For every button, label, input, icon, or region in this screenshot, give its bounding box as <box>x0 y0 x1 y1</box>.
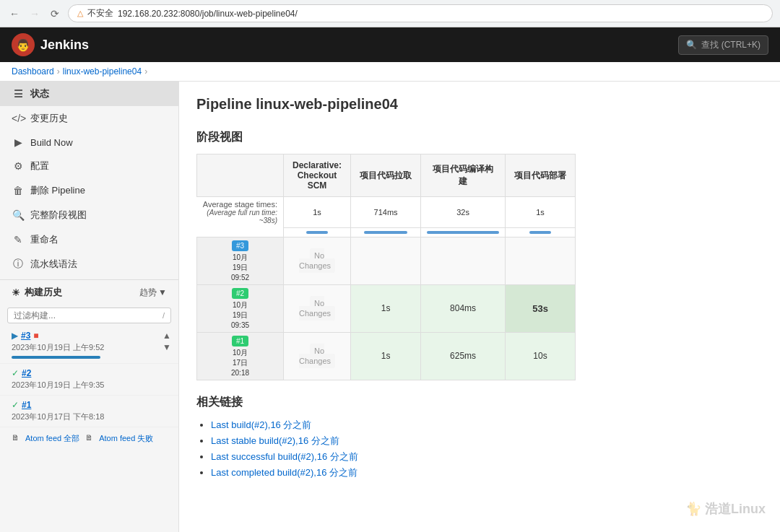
breadcrumb-sep-2: › <box>144 66 147 77</box>
build-2-info: ✓ #2 2023年10月19日 上午9:35 <box>12 368 171 391</box>
build-2-status-icon: ✓ <box>12 368 19 378</box>
link-last-build[interactable]: Last build(#2),16 分之前 <box>211 419 311 430</box>
jenkins-header: 👨 Jenkins 🔍 查找 (CTRL+K) <box>0 27 780 62</box>
breadcrumb-pipeline[interactable]: linux-web-pipeline04 <box>63 66 142 77</box>
sidebar-item-config[interactable]: ⚙ 配置 <box>0 154 178 178</box>
build-now-icon: ▶ <box>12 136 25 148</box>
main-layout: ☰ 状态 </> 变更历史 ▶ Build Now ⚙ 配置 🗑 删除 Pipe… <box>0 82 780 532</box>
related-links-section: 相关链接 Last build(#2),16 分之前 Last stable b… <box>196 395 763 479</box>
build-1-number[interactable]: #1 <box>22 400 31 410</box>
config-icon: ⚙ <box>12 160 25 172</box>
sidebar-item-full-stage-label: 完整阶段视图 <box>30 209 87 222</box>
build-3-compile <box>421 237 506 284</box>
build-item-1: ✓ #1 2023年10月17日 下午8:18 <box>0 396 178 427</box>
build-3-number[interactable]: #3 <box>21 331 30 341</box>
sidebar-item-build-now[interactable]: ▶ Build Now <box>0 131 178 154</box>
change-history-icon: </> <box>12 113 25 124</box>
sidebar: ☰ 状态 </> 变更历史 ▶ Build Now ⚙ 配置 🗑 删除 Pipe… <box>0 82 179 532</box>
stage-col-deploy: 项目代码部署 <box>506 154 576 197</box>
build-1-compile: 10s <box>506 332 576 380</box>
address-bar[interactable]: △ 不安全 192.168.20.232:8080/job/linux-web-… <box>68 4 773 22</box>
build-2-pull: 1s <box>351 284 421 332</box>
build-1-compile-pull: 625ms <box>421 332 506 380</box>
breadcrumb-sep-1: › <box>57 66 60 77</box>
avg-label: Average stage times: (Average full run t… <box>197 197 284 228</box>
build-3-deploy <box>506 237 576 284</box>
bar-build <box>421 227 506 237</box>
sidebar-item-status[interactable]: ☰ 状态 <box>0 82 178 106</box>
avg-times-row: Average stage times: (Average full run t… <box>197 197 576 228</box>
related-link-last-successful: Last successful build(#2),16 分之前 <box>211 450 763 463</box>
pipeline-syntax-icon: ⓘ <box>12 258 25 271</box>
build-history-label: 构建历史 <box>25 286 62 299</box>
bar-checkout <box>284 227 351 237</box>
breadcrumb-dashboard[interactable]: Dashboard <box>12 66 54 77</box>
jenkins-logo-icon: 👨 <box>12 33 35 56</box>
reload-button[interactable]: ⟳ <box>48 6 62 21</box>
link-last-completed[interactable]: Last completed build(#2),16 分之前 <box>211 467 358 478</box>
bar-pull <box>351 227 421 237</box>
filter-input-container[interactable]: / <box>7 308 171 323</box>
build-3-info: ▶ #3 ■ 2023年10月19日 上午9:52 <box>12 331 160 359</box>
search-box[interactable]: 🔍 查找 (CTRL+K) <box>678 35 768 55</box>
sidebar-item-pipeline-syntax[interactable]: ⓘ 流水线语法 <box>0 252 178 276</box>
sidebar-item-config-label: 配置 <box>30 160 49 173</box>
build-1-info: ✓ #1 2023年10月17日 下午8:18 <box>12 400 171 422</box>
url-text: 192.168.20.232:8080/job/linux-web-pipeli… <box>118 9 298 19</box>
sidebar-item-status-label: 状态 <box>30 87 49 100</box>
sidebar-item-rename-label: 重命名 <box>30 233 58 246</box>
stage-table: Declarative:CheckoutSCM 项目代码拉取 项目代码编译构建 … <box>196 154 576 380</box>
build-tag-1: #1 <box>232 336 248 346</box>
security-icon: △ <box>77 9 83 18</box>
link-last-successful[interactable]: Last successful build(#2),16 分之前 <box>211 451 358 462</box>
build-id-1: #1 10月17日20:18 <box>197 332 284 380</box>
build-3-status-icon: ▶ <box>12 331 18 341</box>
atom-icon-all: 🗎 <box>12 433 20 444</box>
back-button[interactable]: ← <box>7 6 22 21</box>
bar-deploy <box>506 227 576 237</box>
build-tag-3: #3 <box>232 240 248 251</box>
sidebar-item-delete-pipeline[interactable]: 🗑 删除 Pipeline <box>0 178 178 203</box>
jenkins-logo: 👨 Jenkins <box>12 33 89 56</box>
stage-col-pull: 项目代码拉取 <box>351 154 421 197</box>
build-3-pull <box>351 237 421 284</box>
stage-table-wrapper: Declarative:CheckoutSCM 项目代码拉取 项目代码编译构建 … <box>196 154 763 380</box>
build-3-nav-up[interactable]: ▲ <box>162 331 171 341</box>
build-history-icon: ☀ <box>12 287 20 298</box>
sidebar-item-change-history[interactable]: </> 变更历史 <box>0 106 178 131</box>
build-3-progress <box>12 356 100 359</box>
build-1-pull: 1s <box>351 332 421 380</box>
build-3-nav-down[interactable]: ▼ <box>162 342 171 352</box>
no-changes-1: NoChanges <box>299 344 335 368</box>
status-icon: ☰ <box>12 88 25 100</box>
stage-col-checkout: Declarative:CheckoutSCM <box>284 154 351 197</box>
atom-feed-all[interactable]: Atom feed 全部 <box>25 433 79 444</box>
build-2-compile: 53s <box>506 284 576 332</box>
build-history-header: ☀ 构建历史 趋势 ▼ <box>0 279 178 305</box>
sidebar-item-build-now-label: Build Now <box>30 137 73 148</box>
rename-icon: ✎ <box>12 234 25 245</box>
build-3-nav: ▲ ▼ <box>160 331 171 353</box>
avg-time-pull: 714ms <box>351 197 421 228</box>
build-2-date: 2023年10月19日 上午9:35 <box>12 380 171 391</box>
build-2-row: ✓ #2 2023年10月19日 上午9:35 <box>12 368 171 391</box>
delete-icon: 🗑 <box>12 185 25 196</box>
sidebar-item-rename[interactable]: ✎ 重命名 <box>0 227 178 252</box>
build-3-row: ▶ #3 ■ 2023年10月19日 上午9:52 ▲ ▼ <box>12 331 171 359</box>
sidebar-item-full-stage-view[interactable]: 🔍 完整阶段视图 <box>0 203 178 227</box>
build-id-3: #3 10月19日09:52 <box>197 237 284 284</box>
no-changes-2: NoChanges <box>299 296 335 320</box>
stage-view-title: 阶段视图 <box>196 130 763 145</box>
atom-feed-fail[interactable]: Atom feed 失败 <box>99 433 153 444</box>
trend-button[interactable]: 趋势 ▼ <box>139 287 167 299</box>
progress-bar-label <box>197 227 284 237</box>
forward-button[interactable]: → <box>27 6 42 21</box>
filter-builds-input[interactable] <box>14 310 160 320</box>
link-last-stable[interactable]: Last stable build(#2),16 分之前 <box>211 435 339 446</box>
build-3-checkout: NoChanges <box>284 237 351 284</box>
jenkins-title: Jenkins <box>40 38 89 53</box>
build-2-compile-pull: 804ms <box>421 284 506 332</box>
build-2-number[interactable]: #2 <box>22 368 31 378</box>
full-stage-icon: 🔍 <box>12 209 25 221</box>
trend-label: 趋势 <box>139 287 157 299</box>
